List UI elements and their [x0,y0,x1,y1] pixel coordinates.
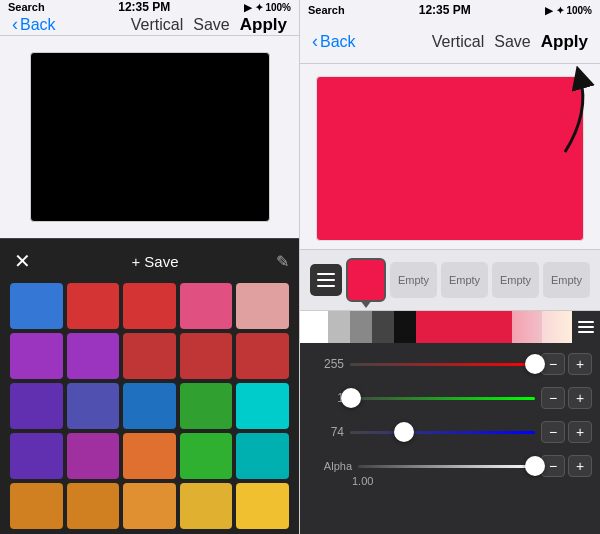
spec-black [394,311,416,343]
list-item[interactable] [67,333,120,379]
blue-slider-track[interactable] [350,431,535,434]
spectrum-menu-icon[interactable] [572,311,600,343]
list-item[interactable] [236,383,289,429]
list-item[interactable] [123,333,176,379]
blue-decrement-button[interactable]: − [541,421,565,443]
spectrum-row [300,311,600,343]
svg-rect-3 [317,285,335,287]
red-slider-thumb[interactable] [525,354,545,374]
color-panel: ✕ + Save ✎ [0,238,299,534]
list-item[interactable] [180,433,233,479]
green-decrement-button[interactable]: − [541,387,565,409]
list-item[interactable] [123,433,176,479]
selected-swatch[interactable] [346,258,386,302]
green-value-label: 1 [308,391,344,405]
spec-pink [512,311,542,343]
list-item[interactable] [10,483,63,529]
color-panel-header: ✕ + Save ✎ [10,249,289,273]
list-item[interactable] [236,483,289,529]
list-item[interactable] [180,283,233,329]
list-item[interactable] [10,283,63,329]
list-item[interactable] [180,483,233,529]
red-slider-controls: − + [541,353,592,375]
back-label-left: Back [20,16,56,34]
alpha-label: Alpha [308,460,352,472]
spec-midgray [350,311,372,343]
list-item[interactable] [10,433,63,479]
red-slider-row: 255 − + [308,347,592,381]
save-button-left[interactable]: Save [193,16,229,34]
green-slider-track[interactable] [350,397,535,400]
alpha-slider-track[interactable] [358,465,535,468]
red-increment-button[interactable]: + [568,353,592,375]
status-bar-right: Search 12:35 PM ▶ ✦ 100% [300,0,600,20]
nav-bar-right: ‹ Back Vertical Save Apply [300,20,600,64]
spec-darkgray [372,311,394,343]
list-item[interactable] [180,333,233,379]
swatch-arrow [360,300,372,308]
list-item[interactable] [67,283,120,329]
list-item[interactable] [123,483,176,529]
blue-slider-row: 74 − + [308,415,592,449]
vertical-button-left[interactable]: Vertical [131,16,183,34]
back-button-left[interactable]: ‹ Back [12,14,56,35]
apply-button-right[interactable]: Apply [541,32,588,52]
list-item[interactable] [10,383,63,429]
list-item[interactable] [67,383,120,429]
status-right-text: Search [308,4,345,16]
color-save-label[interactable]: + Save [131,253,178,270]
red-value-label: 255 [308,357,344,371]
color-grid [10,283,289,529]
swatch-empty-3[interactable]: Empty [492,262,539,298]
green-slider-thumb[interactable] [341,388,361,408]
svg-rect-2 [317,279,335,281]
swatches-row: Empty Empty Empty Empty [300,249,600,311]
list-item[interactable] [236,283,289,329]
nav-actions-right: Vertical Save Apply [432,32,588,52]
left-panel: Search 12:35 PM ▶ ✦ 100% ‹ Back Vertical… [0,0,300,534]
list-item[interactable] [236,333,289,379]
spec-white [300,311,328,343]
spec-lightpink [542,311,572,343]
svg-rect-6 [578,331,594,333]
list-item[interactable] [236,433,289,479]
alpha-increment-button[interactable]: + [568,455,592,477]
list-item[interactable] [123,283,176,329]
svg-rect-4 [578,321,594,323]
back-button-right[interactable]: ‹ Back [312,31,356,52]
green-slider-row: 1 − + [308,381,592,415]
list-item[interactable] [123,383,176,429]
blue-slider-thumb[interactable] [394,422,414,442]
menu-icon-box[interactable] [310,264,342,296]
list-item[interactable] [10,333,63,379]
spec-lightgray [328,311,350,343]
list-item[interactable] [67,433,120,479]
blue-value-label: 74 [308,425,344,439]
status-bar-left: Search 12:35 PM ▶ ✦ 100% [0,0,299,14]
red-slider-track[interactable] [350,363,535,366]
apply-button-left[interactable]: Apply [240,15,287,35]
status-time-left: 12:35 PM [118,0,170,14]
status-icons-left: ▶ ✦ 100% [244,2,291,13]
edit-button[interactable]: ✎ [276,252,289,271]
green-increment-button[interactable]: + [568,387,592,409]
back-label-right: Back [320,33,356,51]
swatch-empty-4[interactable]: Empty [543,262,590,298]
sliders-area: 255 − + 1 − + [300,343,600,491]
alpha-value-display: 1.00 [352,475,373,487]
swatch-empty-1[interactable]: Empty [390,262,437,298]
nav-bar-left: ‹ Back Vertical Save Apply [0,14,299,36]
preview-canvas-left [30,52,270,222]
alpha-slider-thumb[interactable] [525,456,545,476]
svg-rect-5 [578,326,594,328]
chevron-right-icon: ‹ [312,31,318,52]
vertical-button-right[interactable]: Vertical [432,33,484,51]
list-item[interactable] [67,483,120,529]
alpha-slider-controls: − + [541,455,592,477]
save-button-right[interactable]: Save [494,33,530,51]
arrow-icon [530,72,600,162]
blue-increment-button[interactable]: + [568,421,592,443]
swatch-empty-2[interactable]: Empty [441,262,488,298]
close-button[interactable]: ✕ [10,249,34,273]
list-item[interactable] [180,383,233,429]
